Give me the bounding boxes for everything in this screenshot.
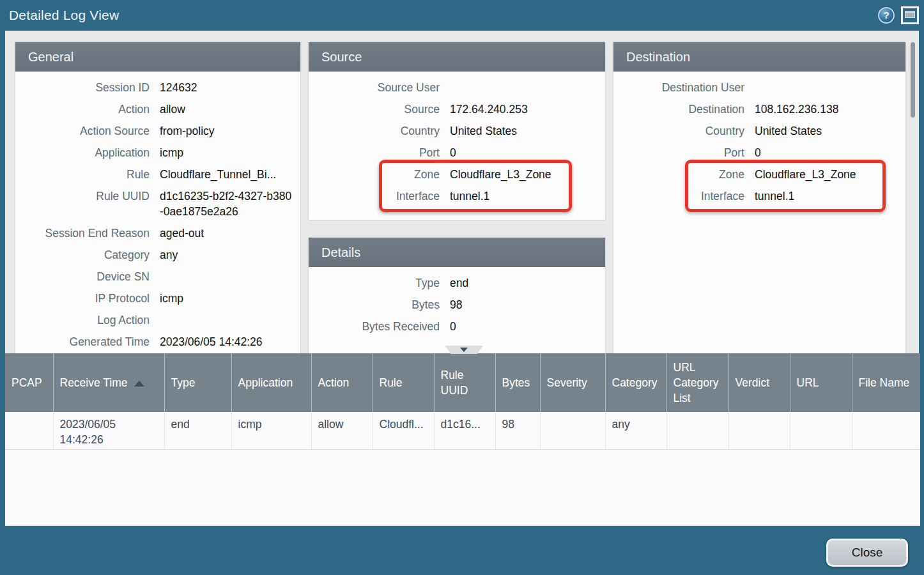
col-header-category[interactable]: Category bbox=[605, 353, 666, 412]
field-row: Action allow bbox=[15, 98, 300, 120]
col-header-label: Receive Time bbox=[60, 376, 128, 389]
col-header-rule-uuid[interactable]: Rule UUID bbox=[434, 353, 495, 412]
field-label: Source bbox=[309, 102, 440, 117]
panel-source: Source Source User Source 172.64.240.253… bbox=[309, 42, 605, 220]
col-header-rule[interactable]: Rule bbox=[373, 353, 434, 412]
field-row: Country United States bbox=[309, 120, 605, 142]
col-header-url-category-list[interactable]: URL Category List bbox=[666, 353, 728, 412]
field-row: Session ID 124632 bbox=[15, 77, 300, 98]
field-row: Action Source from-policy bbox=[15, 120, 300, 142]
panel-general-fields: Session ID 124632 Action allow Action So… bbox=[15, 72, 300, 353]
field-value: Cloudflare_L3_Zone bbox=[744, 167, 905, 182]
panel-details-title: Details bbox=[309, 238, 605, 267]
col-header-url[interactable]: URL bbox=[790, 353, 852, 412]
collapse-panels-handle[interactable] bbox=[445, 346, 483, 354]
panel-general-title: General bbox=[15, 42, 300, 72]
log-entries-table: PCAP Receive Time Type Application Actio… bbox=[5, 353, 920, 526]
field-row: Interface tunnel.1 bbox=[309, 185, 605, 207]
field-row: IP Protocol icmp bbox=[15, 288, 300, 309]
field-value: 2023/06/05 14:42:26 bbox=[150, 334, 300, 349]
field-row: Destination User bbox=[613, 77, 905, 98]
table-header-row: PCAP Receive Time Type Application Actio… bbox=[5, 353, 920, 412]
field-label: Country bbox=[613, 123, 744, 139]
field-label: Device SN bbox=[15, 269, 150, 284]
field-value: d1c16235-b2f2-4327-b380-0ae1875e2a26 bbox=[150, 188, 300, 219]
vertical-scrollbar-thumb[interactable] bbox=[911, 42, 915, 118]
cell-category: any bbox=[605, 412, 666, 449]
field-row: Rule Cloudflare_Tunnel_Bi... bbox=[15, 164, 300, 185]
panel-details-fields: Type end Bytes 98 Bytes Received 0 bbox=[309, 267, 605, 337]
col-header-application[interactable]: Application bbox=[231, 353, 311, 412]
field-label: Log Action bbox=[15, 312, 150, 328]
field-row: Country United States bbox=[613, 120, 905, 142]
field-value: 0 bbox=[440, 319, 605, 334]
field-value: Cloudflare_Tunnel_Bi... bbox=[150, 167, 300, 182]
field-label: Zone bbox=[613, 167, 744, 182]
cell-severity bbox=[540, 412, 605, 449]
field-label: Source User bbox=[309, 80, 440, 95]
field-value: United States bbox=[744, 123, 905, 139]
field-label: Country bbox=[309, 123, 440, 139]
cell-receive-time: 2023/06/05 14:42:26 bbox=[53, 412, 164, 449]
col-header-pcap[interactable]: PCAP bbox=[5, 353, 53, 412]
field-label: Zone bbox=[309, 167, 440, 182]
field-value: United States bbox=[440, 123, 605, 139]
dialog-titlebar: Detailed Log View ? bbox=[0, 0, 924, 31]
cell-bytes: 98 bbox=[495, 412, 540, 449]
help-icon[interactable]: ? bbox=[878, 7, 895, 24]
field-value bbox=[744, 80, 905, 95]
field-value: allow bbox=[150, 102, 300, 117]
col-header-file-name[interactable]: File Name bbox=[852, 353, 920, 412]
col-header-severity[interactable]: Severity bbox=[540, 353, 605, 412]
field-value: tunnel.1 bbox=[744, 188, 905, 204]
field-label: Generated Time bbox=[15, 334, 150, 349]
col-header-receive-time[interactable]: Receive Time bbox=[53, 353, 164, 412]
field-value: 0 bbox=[744, 145, 905, 160]
field-value: 0 bbox=[440, 145, 605, 160]
col-header-bytes[interactable]: Bytes bbox=[495, 353, 540, 412]
panel-destination: Destination Destination User Destination… bbox=[613, 42, 905, 353]
sort-ascending-icon bbox=[134, 381, 144, 387]
field-value: 124632 bbox=[150, 80, 300, 95]
cell-file-name bbox=[852, 412, 920, 449]
maximize-window-icon[interactable] bbox=[901, 6, 919, 24]
log-table-row[interactable]: 2023/06/05 14:42:26 end icmp allow Cloud… bbox=[5, 412, 920, 449]
chevron-down-icon bbox=[460, 348, 468, 352]
field-value: aged-out bbox=[150, 226, 300, 241]
cell-url bbox=[790, 412, 852, 449]
field-label: Destination User bbox=[613, 80, 744, 95]
field-row: Zone Cloudflare_L3_Zone bbox=[309, 164, 605, 185]
cell-action: allow bbox=[311, 412, 373, 449]
field-value: tunnel.1 bbox=[440, 188, 605, 204]
field-label: Session End Reason bbox=[15, 226, 150, 241]
field-row: Source User bbox=[309, 77, 605, 98]
field-label: Application bbox=[15, 145, 150, 160]
field-label: Interface bbox=[613, 188, 744, 204]
field-label: Type bbox=[309, 275, 440, 291]
field-value: icmp bbox=[150, 291, 300, 306]
panel-general: General Session ID 124632 Action allow A… bbox=[15, 42, 300, 353]
field-label: Interface bbox=[309, 188, 440, 204]
close-button[interactable]: Close bbox=[826, 539, 908, 567]
field-value: 172.64.240.253 bbox=[440, 102, 605, 117]
field-value: icmp bbox=[150, 145, 300, 160]
panel-details: Details Type end Bytes 98 Bytes Received… bbox=[309, 238, 605, 353]
field-row: Type end bbox=[309, 272, 605, 294]
field-label: Port bbox=[613, 145, 744, 160]
cell-pcap bbox=[5, 412, 53, 449]
cell-url-category-list bbox=[666, 412, 728, 449]
field-row: Destination 108.162.236.138 bbox=[613, 98, 905, 120]
dialog-title: Detailed Log View bbox=[9, 0, 119, 31]
field-value bbox=[150, 269, 300, 284]
col-header-action[interactable]: Action bbox=[311, 353, 373, 412]
field-label: Action bbox=[15, 102, 150, 117]
cell-application: icmp bbox=[231, 412, 311, 449]
col-header-verdict[interactable]: Verdict bbox=[728, 353, 790, 412]
field-row: Port 0 bbox=[613, 142, 905, 164]
panel-source-title: Source bbox=[309, 42, 605, 72]
maximize-window-glyph bbox=[905, 11, 915, 18]
field-row: Bytes Received 0 bbox=[309, 316, 605, 337]
field-row: Interface tunnel.1 bbox=[613, 185, 905, 207]
col-header-type[interactable]: Type bbox=[164, 353, 231, 412]
field-label: Destination bbox=[613, 102, 744, 117]
